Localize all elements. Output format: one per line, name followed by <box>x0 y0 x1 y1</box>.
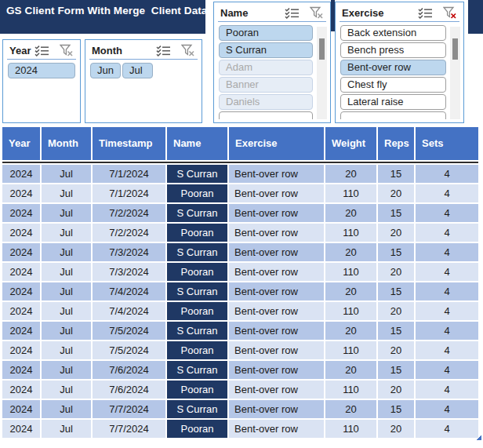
table-cell: 20 <box>325 400 376 418</box>
header-divider <box>2 162 478 163</box>
table-cell: Bent-over row <box>229 322 324 340</box>
table-cell: 110 <box>325 420 376 438</box>
table-cell: 20 <box>378 420 414 438</box>
slicer-item-chest-fly[interactable]: Chest fly <box>340 77 446 93</box>
slicer-item-bent-over-row[interactable]: Bent-over row <box>340 60 446 75</box>
table-cell: 7/3/2024 <box>93 243 165 261</box>
table-cell: 2024 <box>2 263 40 281</box>
table-cell: 4 <box>416 224 478 242</box>
slicer-items: PooranS CurranAdamBannerDaniels <box>214 22 330 119</box>
table-cell: Jul <box>42 361 91 379</box>
table-cell: 20 <box>325 165 376 183</box>
table-cell: 2024 <box>2 400 40 418</box>
table-cell: 4 <box>416 263 478 281</box>
table-cell: 4 <box>416 381 478 399</box>
table-cell: 2024 <box>2 341 40 359</box>
exercise-slicer: Exercise Back extensionBench pressBent-o… <box>335 2 464 123</box>
table-cell: 15 <box>378 322 414 340</box>
table-cell: 7/7/2024 <box>93 420 165 438</box>
table-cell: Jul <box>42 204 91 222</box>
page-title: GS Client Form With Merge Client Data <box>0 0 205 16</box>
table-cell: Jul <box>42 322 91 340</box>
table-cell: 7/2/2024 <box>93 224 165 242</box>
name-cell: S Curran <box>167 165 227 183</box>
name-cell: S Curran <box>167 282 227 300</box>
slicer-item-daniels[interactable]: Daniels <box>219 94 313 110</box>
slicer-items: 2024 <box>3 60 80 119</box>
table-cell: 110 <box>325 341 376 359</box>
scrollbar-thumb[interactable] <box>319 38 325 60</box>
slicer-item-banner[interactable]: Banner <box>219 77 313 93</box>
slicer-item-back-extension[interactable]: Back extension <box>340 25 446 41</box>
table-cell: 2024 <box>2 282 40 300</box>
slicer-scrollbar[interactable] <box>450 27 460 119</box>
table-cell: Bent-over row <box>229 204 324 222</box>
clear-filter-icon[interactable] <box>60 44 73 56</box>
table-cell: Bent-over row <box>229 341 324 359</box>
slicer-item-s-curran[interactable]: S Curran <box>219 42 313 58</box>
table-cell: 4 <box>416 400 478 418</box>
table-cell: Bent-over row <box>229 381 324 399</box>
multi-select-icon[interactable] <box>34 45 49 56</box>
slicer-item-bench-press[interactable]: Bench press <box>340 42 446 58</box>
header-cell-weight: Weight <box>325 127 376 160</box>
table-cell: 20 <box>378 302 414 320</box>
multi-select-icon[interactable] <box>156 45 171 56</box>
table-cell: Bent-over row <box>229 302 324 320</box>
name-cell: S Curran <box>167 243 227 261</box>
header-cell-year: Year <box>2 127 40 160</box>
multi-select-icon[interactable] <box>418 7 433 19</box>
name-cell: Pooran <box>167 420 227 438</box>
table-cell: 7/2/2024 <box>93 204 165 222</box>
slicer-item-partial[interactable] <box>340 111 446 119</box>
table-cell: 15 <box>378 361 414 379</box>
table-cell: 110 <box>325 263 376 281</box>
table-cell: Jul <box>42 420 91 438</box>
table-cell: Jul <box>42 224 91 242</box>
table-cell: 20 <box>325 282 376 300</box>
table-cell: 20 <box>325 322 376 340</box>
table-cell: 2024 <box>2 381 40 399</box>
name-cell: Pooran <box>167 381 227 399</box>
table-cell: Jul <box>42 243 91 261</box>
table-cell: 15 <box>378 165 414 183</box>
title-banner: GS Client Form With Merge Client Data <box>0 0 205 34</box>
scrollbar-thumb[interactable] <box>452 38 458 60</box>
slicer-scrollbar[interactable] <box>317 27 327 119</box>
table-cell: Jul <box>42 341 91 359</box>
name-cell: S Curran <box>167 361 227 379</box>
slicer-item-adam[interactable]: Adam <box>219 60 313 75</box>
clear-filter-icon[interactable] <box>181 44 194 56</box>
table-cell: 2024 <box>2 302 40 320</box>
clear-filter-icon[interactable] <box>310 6 323 19</box>
table-cell: 7/6/2024 <box>93 361 165 379</box>
slicer-item-partial[interactable] <box>219 111 313 119</box>
table-cell: 4 <box>416 420 478 438</box>
table-cell: 20 <box>378 184 414 202</box>
multi-select-icon[interactable] <box>285 7 300 19</box>
table-cell: Jul <box>42 184 91 202</box>
table-resize-handle[interactable] <box>476 435 481 440</box>
table-cell: 7/5/2024 <box>93 341 165 359</box>
slicer-item-pooran[interactable]: Pooran <box>219 25 313 41</box>
clear-filter-icon[interactable] <box>443 6 456 19</box>
slicer-item-2024[interactable]: 2024 <box>8 63 75 78</box>
table-wrap: YearMonthTimestampNameExerciseWeightReps… <box>2 127 478 438</box>
data-table: YearMonthTimestampNameExerciseWeightReps… <box>2 127 478 438</box>
table-cell: 7/4/2024 <box>93 282 165 300</box>
table-cell: 20 <box>378 263 414 281</box>
table-cell: 110 <box>325 381 376 399</box>
table-cell: 15 <box>378 204 414 222</box>
slicer-item-jul[interactable]: Jul <box>122 63 153 78</box>
table-cell: 4 <box>416 302 478 320</box>
table-cell: 2024 <box>2 165 40 183</box>
month-slicer: Month JunJul <box>85 39 202 123</box>
slicer-title: Month <box>92 45 156 56</box>
slicer-item-lateral-raise[interactable]: Lateral raise <box>340 94 446 110</box>
name-cell: S Curran <box>167 204 227 222</box>
year-slicer: Year 2024 <box>2 39 81 123</box>
slicer-item-jun[interactable]: Jun <box>90 63 121 78</box>
table-cell: Bent-over row <box>229 243 324 261</box>
table-cell: 20 <box>325 243 376 261</box>
name-cell: S Curran <box>167 322 227 340</box>
